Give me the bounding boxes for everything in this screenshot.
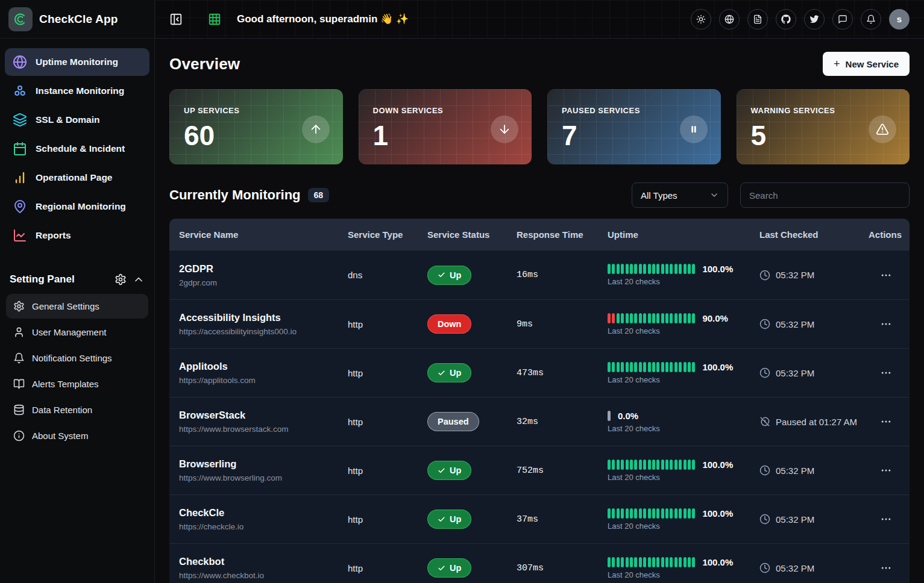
monitoring-controls: All Types [632,182,910,208]
check-bar [652,508,655,519]
setting-panel-header: Setting Panel [0,273,154,285]
settings-item-data-retention[interactable]: Data Retention [6,398,148,422]
globe-icon [724,14,734,24]
column-header-service-status: Service Status [418,229,507,240]
avatar[interactable]: s [889,9,910,30]
sun-button[interactable] [691,9,711,30]
app-title: CheckCle App [39,13,118,26]
response-time: 752ms [507,466,598,476]
grid-icon[interactable] [208,13,221,26]
check-bar [679,508,682,519]
status-badge: Up [427,363,471,382]
row-actions-button[interactable] [876,266,896,284]
new-service-button[interactable]: + New Service [823,52,910,76]
check-bar [684,508,687,519]
check-bar [621,460,624,470]
check-bar [630,557,633,567]
check-bar [656,508,659,519]
row-actions-button[interactable] [876,559,896,577]
uptime-history-bars [608,362,695,372]
check-bar [661,460,664,470]
sidebar-item-ssl-domain[interactable]: SSL & Domain [5,106,149,134]
settings-item-notification-settings[interactable]: Notification Settings [6,346,148,370]
check-bar [674,508,677,519]
check-bar [626,460,629,470]
status-badge: Up [427,461,471,480]
row-actions-button[interactable] [876,413,896,431]
github-button[interactable] [776,9,796,30]
check-bar [639,362,642,372]
globe-icon [13,55,27,69]
sidebar-item-regional-monitoring[interactable]: Regional Monitoring [5,193,149,220]
check-bar [679,362,682,372]
settings-item-about-system[interactable]: About System [6,423,148,448]
status-badge: Up [427,266,471,285]
column-header-uptime: Uptime [598,229,750,240]
chat-icon [838,14,847,24]
status-badge: Up [427,558,471,578]
check-bar [621,264,624,274]
status-label: Up [450,563,461,573]
type-filter-select[interactable]: All Types [632,182,728,208]
service-type: http [338,466,418,476]
last-checked-time: 05:32 PM [776,319,814,329]
last-checked: 05:32 PM [750,563,859,573]
last-checked-time: 05:32 PM [776,368,814,378]
check-bar [639,557,642,567]
check-bar [684,460,687,470]
sidebar-item-instance-monitoring[interactable]: Instance Monitoring [5,77,149,105]
sidebar-item-reports[interactable]: Reports [5,222,149,249]
check-bar [608,411,611,421]
uptime-history-bars [608,460,695,470]
file-text-button[interactable] [747,9,768,30]
check-bar [630,264,633,274]
new-service-label: New Service [846,59,899,69]
settings-item-general-settings[interactable]: General Settings [6,294,148,319]
sidebar-item-uptime-monitoring[interactable]: Uptime Monitoring [5,48,149,76]
chevron-up-icon[interactable] [133,273,145,285]
gear-icon[interactable] [115,273,127,285]
last-checked-time: 05:32 PM [776,270,814,280]
globe-button[interactable] [719,9,740,30]
row-actions-button[interactable] [876,315,896,333]
table-row[interactable]: CheckClehttps://checkcle.iohttpUp37ms100… [169,494,910,543]
clock-icon [759,465,770,476]
services-table: Service NameService TypeService StatusRe… [169,219,910,583]
check-bar [684,362,687,372]
chat-button[interactable] [832,9,853,30]
checks-label: Last 20 checks [608,277,750,286]
settings-item-user-management[interactable]: User Management [6,320,148,344]
table-row[interactable]: 2GDPR2gdpr.comdnsUp16ms100.0%Last 20 che… [169,251,910,299]
response-time: 32ms [507,417,598,427]
table-row[interactable]: Checkbothttps://www.checkbot.iohttpUp307… [169,543,910,583]
app-root: CheckCle App Uptime MonitoringInstance M… [0,0,924,583]
check-bar [670,460,673,470]
row-actions-button[interactable] [876,461,896,479]
service-type: http [338,514,418,525]
settings-item-alerts-templates[interactable]: Alerts Templates [6,372,148,396]
panel-left-icon[interactable] [169,13,183,26]
check-bar [634,313,637,323]
table-row[interactable]: BrowserStackhttps://www.browserstack.com… [169,397,910,446]
row-actions-button[interactable] [876,364,896,382]
check-bar [612,313,615,323]
search-input[interactable] [740,182,910,208]
check-bar [643,460,646,470]
sidebar-item-operational-page[interactable]: Operational Page [5,164,149,192]
bell-button[interactable] [861,9,881,30]
database-icon [13,404,25,416]
last-checked: Paused at 01:27 AM [750,416,859,427]
check-bar [630,508,633,519]
file-text-icon [753,14,762,24]
row-actions-button[interactable] [876,510,896,528]
table-row[interactable]: Browserlinghttps://www.browserling.comht… [169,446,910,494]
twitter-button[interactable] [804,9,825,30]
pause-icon [687,122,700,136]
monitoring-count-badge: 68 [308,188,330,202]
sidebar-item-schedule-incident[interactable]: Schedule & Incident [5,135,149,163]
table-row[interactable]: Applitoolshttps://applitools.comhttpUp47… [169,348,910,397]
service-name: CheckCle [179,507,338,519]
table-row[interactable]: Accessibility Insightshttps://accessibil… [169,299,910,348]
check-bar [661,508,664,519]
topbar: Good afternoon, superadmin 👋 ✨ s [155,0,924,39]
